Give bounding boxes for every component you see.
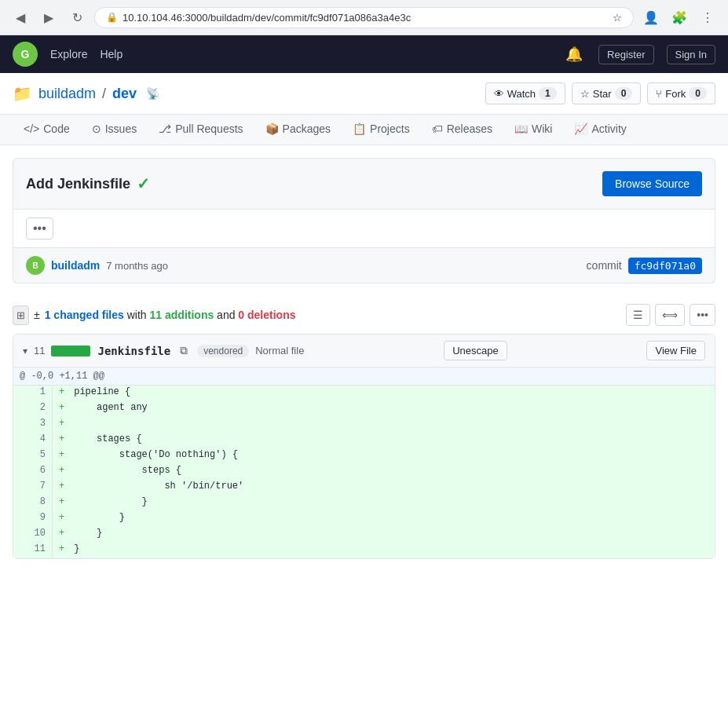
url-text: 10.10.104.46:3000/buildadm/dev/commit/fc… bbox=[123, 12, 608, 24]
extensions-icon[interactable]: 🧩 bbox=[668, 6, 690, 28]
profile-icon[interactable]: 👤 bbox=[640, 6, 662, 28]
tab-code[interactable]: </> Code bbox=[13, 115, 81, 144]
diff-and: and bbox=[217, 309, 238, 321]
register-button[interactable]: Register bbox=[598, 45, 653, 64]
address-bar[interactable]: 🔒 10.10.104.46:3000/buildadm/dev/commit/… bbox=[94, 7, 634, 28]
fork-button[interactable]: ⑂ Fork 0 bbox=[647, 82, 715, 104]
tab-issues-label: Issues bbox=[105, 122, 137, 135]
line-content: + pipeline { bbox=[53, 386, 715, 401]
file-diff: ▾ 11 Jenkinsfile ⧉ vendored Normal file … bbox=[13, 334, 715, 559]
line-content: + stages { bbox=[53, 433, 715, 448]
diff-sign: + bbox=[59, 449, 68, 460]
refresh-button[interactable]: ↻ bbox=[66, 6, 88, 28]
tab-wiki-label: Wiki bbox=[532, 122, 552, 135]
repo-actions: 👁 Watch 1 ☆ Star 0 ⑂ Fork 0 bbox=[485, 82, 715, 104]
diff-info: ⊞ ± 1 changed files with 11 additions an… bbox=[13, 305, 296, 325]
diff-sign: + bbox=[59, 386, 68, 397]
line-content: + } bbox=[53, 527, 715, 543]
additions-text: 11 additions bbox=[150, 309, 214, 321]
pull-requests-icon: ⎇ bbox=[159, 122, 171, 135]
star-button[interactable]: ☆ Star 0 bbox=[572, 82, 642, 104]
table-row: 3+ bbox=[13, 417, 715, 433]
star-icon: ☆ bbox=[580, 88, 590, 100]
star-count: 0 bbox=[615, 87, 633, 100]
line-number: 9 bbox=[13, 511, 53, 527]
line-number: 8 bbox=[13, 495, 53, 511]
commit-more-button[interactable]: ••• bbox=[26, 218, 53, 239]
commit-hash-section: commit fc9df071a0 bbox=[587, 258, 702, 274]
repo-separator: / bbox=[102, 86, 106, 102]
watch-button[interactable]: 👁 Watch 1 bbox=[485, 82, 565, 104]
line-content: + bbox=[53, 417, 715, 433]
gitea-logo[interactable]: G bbox=[13, 42, 38, 67]
table-row: 11+ } bbox=[13, 543, 715, 558]
collapse-file-button[interactable]: ▾ bbox=[23, 346, 27, 356]
commit-hash-link[interactable]: fc9df071a0 bbox=[628, 258, 702, 274]
diff-sign: + bbox=[59, 433, 68, 444]
repo-owner-link[interactable]: buildadm bbox=[38, 86, 96, 102]
unescape-button[interactable]: Unescape bbox=[444, 341, 507, 360]
line-content: + sh '/bin/true' bbox=[53, 480, 715, 495]
activity-icon: 📈 bbox=[574, 122, 587, 135]
file-line-count: 11 bbox=[34, 345, 45, 356]
signin-button[interactable]: Sign In bbox=[667, 45, 715, 64]
sidebar-toggle-button[interactable]: ⊞ bbox=[13, 305, 29, 325]
explore-link[interactable]: Explore bbox=[50, 48, 87, 60]
repo-tabs: </> Code ⊙ Issues ⎇ Pull Requests 📦 Pack… bbox=[0, 115, 728, 145]
diff-conjunction: with bbox=[127, 309, 150, 321]
line-content: + } bbox=[53, 543, 715, 558]
diff-sidebar-button[interactable]: ☰ bbox=[626, 304, 650, 326]
issues-icon: ⊙ bbox=[92, 122, 101, 135]
tab-pull-requests-label: Pull Requests bbox=[175, 122, 243, 135]
avatar[interactable]: B bbox=[26, 256, 45, 275]
forward-button[interactable]: ▶ bbox=[38, 6, 60, 28]
tab-issues[interactable]: ⊙ Issues bbox=[81, 115, 148, 144]
back-button[interactable]: ◀ bbox=[9, 6, 31, 28]
diff-sign: + bbox=[59, 402, 68, 413]
diff-sign: + bbox=[59, 496, 68, 507]
menu-icon[interactable]: ⋮ bbox=[697, 6, 719, 28]
table-row: 9+ } bbox=[13, 511, 715, 527]
commit-time: 7 months ago bbox=[106, 260, 168, 272]
line-number: 6 bbox=[13, 464, 53, 480]
table-row: 6+ steps { bbox=[13, 464, 715, 480]
commit-title: Add Jenkinsfile ✓ bbox=[26, 174, 150, 193]
notifications-icon[interactable]: 🔔 bbox=[562, 42, 586, 66]
browse-source-button[interactable]: Browse Source bbox=[602, 171, 702, 196]
watch-label: Watch bbox=[507, 88, 536, 100]
view-file-button[interactable]: View File bbox=[646, 341, 705, 360]
repo-name-link[interactable]: dev bbox=[112, 86, 137, 102]
table-row: 1+ pipeline { bbox=[13, 386, 715, 401]
diff-more-button[interactable]: ••• bbox=[690, 304, 715, 326]
commit-label: commit bbox=[587, 259, 622, 272]
browser-chrome: ◀ ▶ ↻ 🔒 10.10.104.46:3000/buildadm/dev/c… bbox=[0, 0, 728, 35]
commit-author: B buildadm 7 months ago bbox=[26, 256, 168, 275]
top-nav: G Explore Help 🔔 Register Sign In bbox=[0, 35, 728, 73]
tab-activity[interactable]: 📈 Activity bbox=[563, 115, 637, 144]
repo-title: 📁 buildadm / dev 📡 bbox=[13, 84, 159, 103]
tab-projects[interactable]: 📋 Projects bbox=[342, 115, 421, 144]
tab-packages[interactable]: 📦 Packages bbox=[254, 115, 342, 144]
copy-filename-button[interactable]: ⧉ bbox=[177, 342, 191, 359]
changed-files-count: 1 changed files bbox=[45, 309, 124, 321]
help-link[interactable]: Help bbox=[100, 48, 123, 60]
fork-label: Fork bbox=[665, 88, 686, 100]
tab-pull-requests[interactable]: ⎇ Pull Requests bbox=[148, 115, 254, 144]
lock-icon: 🔒 bbox=[106, 12, 118, 23]
diff-split-button[interactable]: ⟺ bbox=[655, 304, 685, 326]
table-row: 4+ stages { bbox=[13, 433, 715, 448]
tab-packages-label: Packages bbox=[283, 122, 331, 135]
table-row: 5+ stage('Do nothing') { bbox=[13, 448, 715, 464]
line-number: 10 bbox=[13, 527, 53, 543]
rss-icon[interactable]: 📡 bbox=[146, 87, 159, 100]
author-name-link[interactable]: buildadm bbox=[51, 259, 100, 272]
tab-releases[interactable]: 🏷 Releases bbox=[421, 115, 503, 144]
bookmark-icon[interactable]: ☆ bbox=[613, 12, 622, 24]
tab-wiki[interactable]: 📖 Wiki bbox=[503, 115, 563, 144]
line-content: + steps { bbox=[53, 464, 715, 480]
diff-sign: + bbox=[59, 543, 68, 554]
packages-icon: 📦 bbox=[265, 122, 279, 135]
commit-header: Add Jenkinsfile ✓ Browse Source bbox=[13, 158, 715, 210]
diff-sign: + bbox=[59, 481, 68, 492]
diff-expand-icon: ± bbox=[34, 309, 40, 321]
